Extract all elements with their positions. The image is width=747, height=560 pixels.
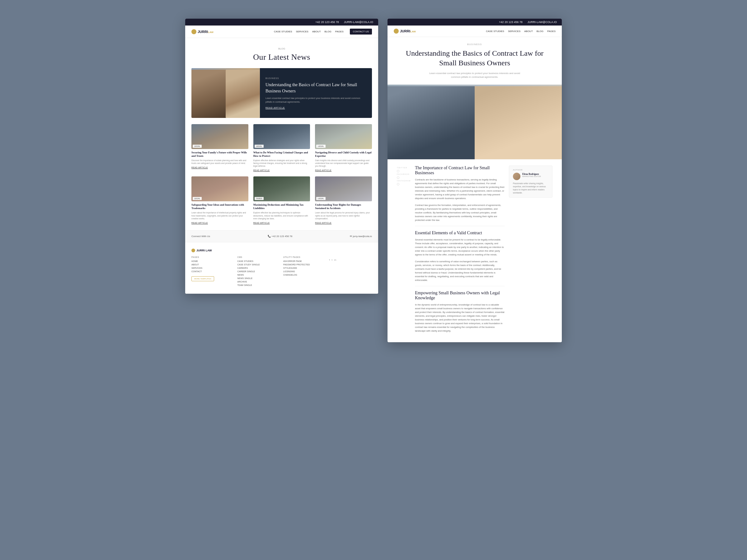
featured-desc: Learn essential contract law principles … — [265, 97, 366, 104]
logo-text: JURRILAW — [198, 30, 213, 34]
footer-utility-licensing[interactable]: LICENSING — [283, 270, 326, 272]
footer-utility-col: UTILITY PAGES 404 ERROR PAGE PASSWORD PR… — [283, 256, 326, 288]
right-nav-links: CASE STUDIES SERVICES ABOUT BLOG PAGES — [486, 30, 556, 33]
footer-pages-contact[interactable]: CONTACT — [191, 270, 234, 272]
right-nav-case-studies[interactable]: CASE STUDIES — [486, 30, 504, 33]
footer-pages-col: PAGES HOME ABOUT SERVICES CONTACT MORE T… — [191, 256, 234, 288]
article-read-4[interactable]: READ ARTICLE — [191, 222, 248, 224]
article-read-5[interactable]: READ ARTICLE — [253, 222, 310, 224]
article-category: BUSINESS — [400, 43, 549, 46]
social-sidebar: TWITTER FACEBOOK INSTAGRAM — [397, 167, 411, 186]
nav-about[interactable]: ABOUT — [312, 30, 321, 33]
top-bar-phone: +42 20 123 456 78 — [315, 21, 339, 24]
article-read-2[interactable]: READ ARTICLE — [253, 169, 310, 171]
right-logo-text: JURRILAW — [400, 29, 416, 33]
article-desc-1: Discover the importance of estate planni… — [191, 159, 248, 165]
facebook-icon[interactable]: f — [329, 259, 330, 261]
footer-connect-bar: Connect With Us 📞 +42 20 123 456 78 ✉ ju… — [185, 230, 378, 242]
hero-person-1 — [387, 86, 483, 159]
top-bar: +42 20 123 456 78 JURRI-LAW@COLA.IO — [185, 19, 378, 26]
featured-title: Understanding the Basics of Contract Law… — [265, 82, 366, 94]
instagram-dot-icon — [397, 183, 399, 185]
featured-card[interactable]: BUSINESS Understanding the Basics of Con… — [191, 68, 372, 118]
footer-cms-team-single[interactable]: TEAM SINGLE — [237, 284, 280, 286]
right-nav-bar: JURRILAW CASE STUDIES SERVICES ABOUT BLO… — [387, 26, 562, 37]
social-facebook[interactable] — [397, 177, 411, 179]
more-templates-button[interactable]: MORE TEMPLATES — [191, 276, 214, 281]
footer-utility-styleguide[interactable]: STYLEGUIDE — [283, 267, 326, 269]
hero-person-2 — [475, 86, 562, 159]
article-main-title: Understanding the Basics of Contract Law… — [400, 49, 549, 68]
twitter-icon[interactable]: t — [332, 259, 332, 261]
footer-cms-case-studies[interactable]: CASE STUDIES — [237, 260, 280, 262]
featured-person2 — [226, 70, 260, 118]
footer-pages-about[interactable]: ABOUT — [191, 264, 234, 266]
nav-blog[interactable]: BLOG — [325, 30, 332, 33]
nav-pages[interactable]: PAGES — [335, 30, 344, 33]
footer-pages-home[interactable]: HOME — [191, 260, 234, 262]
article-card-3[interactable]: LEGAL Navigating Divorce and Child Custo… — [315, 124, 372, 171]
article-image-2: LEGAL — [253, 124, 310, 149]
social-instagram[interactable] — [397, 183, 411, 185]
footer-pages-services[interactable]: SERVICES — [191, 267, 234, 269]
body-text-2: Contract law governs the formation, inte… — [415, 204, 505, 222]
footer-cms-careers[interactable]: CAREERS — [237, 267, 280, 269]
footer-logo: JURRI LAW — [191, 248, 372, 252]
article-card-2[interactable]: LEGAL What to Do When Facing Criminal Ch… — [253, 124, 310, 171]
social-instagram-label: INSTAGRAM — [397, 180, 411, 182]
footer-cms-news-single[interactable]: NEWS SINGLE — [237, 277, 280, 279]
section-heading-3: Empowering Small Business Owners with Le… — [415, 291, 505, 300]
article-desc-4: Learn about the importance of intellectu… — [191, 211, 248, 220]
footer-cms-title: CMS — [237, 256, 280, 258]
right-nav-about[interactable]: ABOUT — [524, 30, 533, 33]
article-image-3: LEGAL — [315, 124, 372, 149]
social-twitter[interactable] — [397, 170, 411, 172]
author-label: AUTHOR — [513, 169, 548, 171]
top-bar-email: JURRI-LAW@COLA.IO — [344, 21, 373, 24]
article-read-6[interactable]: READ ARTICLE — [315, 222, 372, 224]
footer-utility-404[interactable]: 404 ERROR PAGE — [283, 260, 326, 262]
footer-connect-title: Connect With Us — [191, 235, 210, 238]
right-top-bar: +42 20 123 456 78 JURRI-LAW@COLA.IO — [387, 19, 562, 26]
right-nav-blog[interactable]: BLOG — [537, 30, 543, 33]
article-read-3[interactable]: READ ARTICLE — [315, 169, 372, 171]
body-text-4: Consideration refers to something of val… — [415, 260, 505, 282]
body-text-5: In the dynamic world of entrepreneurship… — [415, 303, 505, 333]
article-hero-image — [387, 85, 562, 159]
footer-cms-news[interactable]: NEWS — [237, 274, 280, 276]
footer-utility-password[interactable]: PASSWORD PROTECTED — [283, 264, 326, 266]
article-tag-4: LEGAL — [193, 197, 202, 200]
article-title-4: Safeguarding Your Ideas and Innovations … — [191, 203, 248, 210]
article-tag-1: LEGAL — [193, 145, 202, 148]
article-tag-5: TAXES — [255, 197, 264, 200]
footer-connect-email: ✉ jurry-law@cola.io — [350, 235, 372, 238]
nav-case-studies[interactable]: CASE STUDIES — [274, 30, 292, 33]
article-read-1[interactable]: READ ARTICLE — [191, 166, 248, 169]
instagram-icon[interactable]: in — [334, 259, 336, 261]
footer-social-col: f t in — [329, 256, 372, 288]
footer-cms-case-study-single[interactable]: CASE STUDY SINGLE — [237, 264, 280, 266]
article-card-5[interactable]: TAXES Maximizing Deductions and Minimizi… — [253, 177, 310, 224]
author-box: AUTHOR Elena Rodriguez MARKETING EDITOR … — [509, 165, 552, 197]
article-desc-3: Gain insights into divorce and child cus… — [315, 159, 372, 167]
body-text-3: Several essential elements must be prese… — [415, 238, 505, 257]
footer-cms-career-single[interactable]: CAREER SINGLE — [237, 270, 280, 272]
article-tag-6: LEGAL — [316, 197, 325, 200]
article-desc-2: Explore effective defense strategies and… — [253, 159, 310, 167]
footer-logo-icon — [191, 248, 195, 252]
featured-read-link[interactable]: READ ARTICLE — [265, 107, 366, 109]
footer-cms-archive[interactable]: ARCHIVE — [237, 281, 280, 283]
right-logo: JURRILAW — [394, 29, 416, 34]
footer-utility-changelog[interactable]: CHANGELOG — [283, 274, 326, 276]
section-heading-1: The Importance of Contract Law for Small… — [415, 165, 505, 176]
article-title-6: Understanding Your Rights for Damages Su… — [315, 203, 372, 210]
right-nav-pages[interactable]: PAGES — [547, 30, 556, 33]
nav-contact-button[interactable]: CONTACT US — [350, 29, 372, 34]
article-card-1[interactable]: LEGAL Securing Your Family's Future with… — [191, 124, 248, 171]
section-divider-2 — [415, 286, 505, 286]
article-card-6[interactable]: LEGAL Understanding Your Rights for Dama… — [315, 177, 372, 224]
article-card-4[interactable]: LEGAL Safeguarding Your Ideas and Innova… — [191, 177, 248, 224]
right-nav-services[interactable]: SERVICES — [508, 30, 520, 33]
footer-social-icons: f t in — [329, 259, 372, 261]
nav-services[interactable]: SERVICES — [296, 30, 308, 33]
